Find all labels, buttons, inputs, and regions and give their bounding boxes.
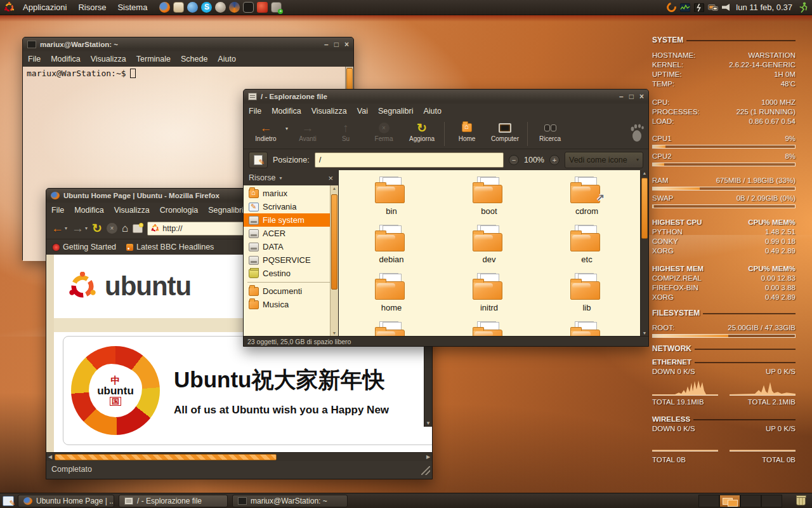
folder-view-scrollbar[interactable]: ▲ ▼ <box>640 170 648 336</box>
trash-applet-icon[interactable] <box>796 497 806 505</box>
forward-button[interactable]: →▾ <box>72 222 88 234</box>
scroll-left-arrow[interactable]: ◀ <box>46 454 54 460</box>
edit-location-button[interactable] <box>249 152 268 168</box>
folder-partial[interactable] <box>343 321 440 336</box>
system-monitor-tray-icon[interactable] <box>680 3 690 12</box>
sidebar-item-trash[interactable]: Cestino <box>244 267 338 280</box>
show-desktop-button[interactable] <box>3 496 14 506</box>
page-icon[interactable] <box>133 224 143 233</box>
minimize-button[interactable]: – <box>324 37 329 51</box>
back-dropdown-icon[interactable]: ▾ <box>285 126 288 131</box>
menu-tabs[interactable]: Schede <box>176 53 213 65</box>
search-button[interactable]: Ricerca <box>532 121 568 142</box>
task-terminal[interactable]: mariux@WarStation: ~ <box>232 495 348 507</box>
sidebar-item-desktop[interactable]: Scrivania <box>244 200 338 213</box>
up-button[interactable]: ↑Su <box>327 121 364 142</box>
menu-places[interactable]: Risorse <box>72 0 112 15</box>
menu-file[interactable]: File <box>244 105 266 117</box>
menu-file[interactable]: File <box>46 204 69 217</box>
home-button[interactable]: Home <box>449 121 485 142</box>
horizontal-scrollbar[interactable]: ◀ ▶ <box>46 452 432 461</box>
folder-dev[interactable]: dev <box>440 225 538 264</box>
stop-button[interactable]: × <box>107 223 117 234</box>
sidebar-header[interactable]: Risorse ▾ × <box>244 170 338 185</box>
scroll-up-arrow[interactable]: ▲ <box>331 186 338 190</box>
sidebar-item-documents[interactable]: Documenti <box>244 284 338 298</box>
menu-applications[interactable]: Applicazioni <box>17 0 72 15</box>
media-launcher-icon[interactable] <box>257 2 268 13</box>
scroll-right-arrow[interactable]: ▶ <box>424 454 432 460</box>
scroll-up-arrow[interactable]: ▲ <box>641 171 648 175</box>
gimp-launcher-icon[interactable] <box>215 2 226 13</box>
refresh-button[interactable]: ↻Aggiorna <box>403 121 440 142</box>
sidebar-item-music[interactable]: Musica <box>244 298 338 311</box>
tray-alert-icon[interactable] <box>694 3 704 12</box>
folder-bin[interactable]: bin <box>343 177 440 216</box>
volume-icon[interactable] <box>722 4 730 11</box>
menu-edit[interactable]: Modifica <box>266 105 306 117</box>
messenger-launcher-icon[interactable] <box>187 2 198 13</box>
menu-bookmarks[interactable]: Segnalibri <box>203 204 249 217</box>
menu-go[interactable]: Vai <box>352 105 373 117</box>
menu-bookmarks[interactable]: Segnalibri <box>373 105 419 117</box>
workspace-4[interactable] <box>761 495 782 507</box>
package-launcher-icon[interactable]: + <box>271 2 282 13</box>
sidebar-item-home[interactable]: mariux <box>244 187 338 200</box>
sidebar-item-data[interactable]: DATA <box>244 240 338 253</box>
terminal-launcher-icon[interactable] <box>243 2 254 13</box>
folder-initrd[interactable]: initrd <box>440 273 538 312</box>
ubuntu-menu-icon[interactable] <box>4 2 15 13</box>
workspace-1[interactable] <box>698 495 719 507</box>
workspace-3[interactable] <box>740 495 761 507</box>
menu-view[interactable]: Visualizza <box>86 53 131 65</box>
tray-swirl-icon[interactable] <box>665 1 678 14</box>
view-mode-dropdown[interactable]: Vedi come icone ▾ <box>565 152 643 168</box>
sidebar-item-filesystem[interactable]: File system <box>244 213 338 227</box>
folder-home[interactable]: home <box>343 273 440 312</box>
scrollbar-thumb[interactable] <box>641 178 648 239</box>
logout-icon[interactable] <box>799 2 808 13</box>
folder-partial[interactable] <box>538 321 636 336</box>
scrollbar-thumb[interactable] <box>331 194 337 290</box>
folder-etc[interactable]: etc <box>538 225 636 264</box>
menu-terminal[interactable]: Terminale <box>131 53 176 65</box>
back-dropdown-icon[interactable]: ▾ <box>65 225 67 231</box>
terminal-titlebar[interactable]: mariux@WarStation: ~ – □ × <box>23 37 353 51</box>
menu-file[interactable]: File <box>23 53 46 65</box>
computer-button[interactable]: Computer <box>487 121 523 142</box>
close-button[interactable]: × <box>639 90 644 104</box>
task-firefox[interactable]: Ubuntu Home Page | ... <box>18 495 114 507</box>
menu-edit[interactable]: Modifica <box>69 204 109 217</box>
folder-cdrom[interactable]: ↗cdrom <box>538 177 636 216</box>
forward-dropdown-icon[interactable]: ▾ <box>85 225 88 231</box>
menu-view[interactable]: Visualizza <box>306 105 352 117</box>
workspace-2[interactable] <box>719 495 740 507</box>
location-input[interactable] <box>315 152 504 168</box>
sidebar-item-pqservice[interactable]: PQSERVICE <box>244 253 338 267</box>
task-file-manager[interactable]: / - Esplorazione file <box>119 495 228 507</box>
bookmark-getting-started[interactable]: Getting Started <box>53 243 116 251</box>
forward-button[interactable]: →Avanti <box>289 121 326 142</box>
menu-view[interactable]: Visualizza <box>109 204 155 217</box>
scroll-down-arrow[interactable]: ▼ <box>424 420 432 426</box>
evolution-launcher-icon[interactable] <box>173 2 184 13</box>
zoom-in-button[interactable]: + <box>549 155 560 165</box>
folder-lib[interactable]: lib <box>538 273 636 312</box>
maximize-button[interactable]: □ <box>334 37 339 51</box>
nautilus-titlebar[interactable]: / - Esplorazione file – □ × <box>244 90 648 104</box>
menu-edit[interactable]: Modifica <box>46 53 86 65</box>
folder-boot[interactable]: boot <box>440 177 538 216</box>
zoom-out-button[interactable]: − <box>509 155 519 165</box>
menu-history[interactable]: Cronologia <box>155 204 203 217</box>
minimize-button[interactable]: – <box>619 90 624 104</box>
menu-help[interactable]: Aiuto <box>213 53 241 65</box>
skype-launcher-icon[interactable]: S <box>201 2 212 13</box>
folder-debian[interactable]: debian <box>343 225 440 264</box>
sidebar-item-acer[interactable]: ACER <box>244 227 338 240</box>
reload-button[interactable]: ↻ <box>92 221 102 236</box>
resize-grip[interactable] <box>421 466 430 475</box>
close-button[interactable]: × <box>344 37 349 51</box>
menu-system[interactable]: Sistema <box>112 0 153 15</box>
back-button[interactable]: ←Indietro <box>247 121 284 142</box>
stop-button[interactable]: ×Ferma <box>365 121 402 142</box>
